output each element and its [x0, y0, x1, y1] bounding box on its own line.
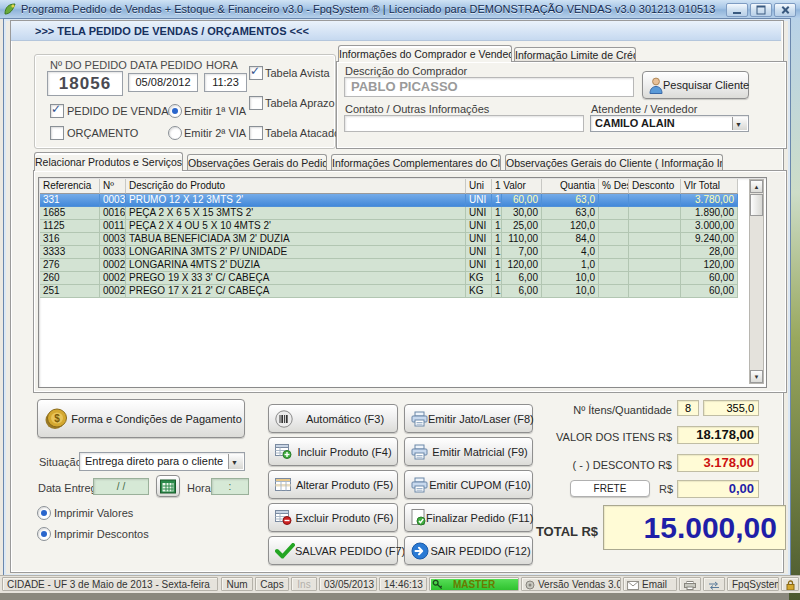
via1-label: Emitir 1ª VIA	[184, 105, 246, 117]
chevron-down-icon[interactable]	[732, 117, 747, 130]
table-row[interactable]: 1685001685PEÇA 2 X 6 5 X 15 3MTS 2'UNI13…	[40, 207, 738, 220]
status-user: MASTER	[453, 579, 495, 590]
cell-desconto	[629, 220, 681, 233]
status-email[interactable]: Email	[623, 577, 677, 591]
status-printer-cell[interactable]	[679, 577, 701, 591]
order-number-field[interactable]: 18056	[47, 71, 123, 96]
table-row[interactable]: 3333003333LONGARINA 3MTS 2' P/ UNIDADEUN…	[40, 246, 738, 259]
hora-entrega-field[interactable]: :	[211, 478, 249, 495]
cell-num: 003333	[100, 246, 126, 259]
total-field: 15.000,00	[603, 505, 786, 550]
table-delete-icon	[275, 510, 292, 525]
cell-ref: 331	[40, 194, 100, 207]
order-time-label: HORA	[206, 59, 238, 71]
alterar-produto-button[interactable]: Alterar Produto (F5)	[268, 470, 398, 499]
cell-uni: UNI	[466, 194, 492, 207]
tabela-avista-checkbox[interactable]	[249, 66, 263, 80]
sair-pedido-button[interactable]: SAIR PEDIDO (F12)	[404, 536, 533, 565]
cell-valor: 110,00	[502, 233, 542, 246]
orcamento-checkbox[interactable]	[50, 126, 64, 140]
minimize-button[interactable]	[726, 3, 748, 17]
order-number-label: Nº DO PEDIDO	[50, 59, 127, 71]
table-row[interactable]: 251000251PREGO 17 X 21 2' C/ CABEÇAKG16,…	[40, 285, 738, 298]
tab-comprador-vendedor[interactable]: Informações do Comprador e Vendedor ->	[338, 45, 512, 62]
cell-total: 28,00	[681, 246, 738, 259]
tabela-atacado-checkbox[interactable]	[249, 126, 263, 140]
table-row[interactable]: 1125001125PEÇA 2 X 4 OU 5 X 10 4MTS 2'UN…	[40, 220, 738, 233]
header-uni[interactable]: Uni	[466, 179, 492, 194]
cell-one: 1	[492, 246, 502, 259]
excluir-produto-button[interactable]: Excluir Produto (F6)	[268, 503, 398, 532]
tab-informacoes-cliente[interactable]: Informações Complementares do Cliente ->	[331, 154, 501, 171]
incluir-produto-button[interactable]: Incluir Produto (F4)	[268, 437, 398, 466]
sync-arrows-icon	[708, 581, 720, 590]
tabela-aprazo-checkbox[interactable]	[249, 96, 263, 110]
data-entrega-field[interactable]: / /	[93, 478, 149, 495]
header-referencia[interactable]: Referencia	[40, 179, 100, 194]
cell-desc_pct	[599, 220, 629, 233]
status-ins: Ins	[291, 577, 317, 591]
header-desconto[interactable]: Desconto	[629, 179, 681, 194]
atendente-dropdown[interactable]: CAMILO ALAIN	[590, 115, 749, 132]
calendar-button[interactable]	[156, 475, 180, 497]
order-date-field[interactable]: 05/08/2012	[128, 73, 198, 92]
pedido-venda-label: PEDIDO DE VENDA	[67, 105, 168, 117]
atendente-value: CAMILO ALAIN	[595, 117, 675, 129]
forma-pagamento-button[interactable]: $ Forma e Condições de Pagamento	[37, 399, 245, 438]
automatico-button[interactable]: Automático (F3)	[268, 404, 398, 433]
cell-num: 000276	[100, 259, 126, 272]
table-row[interactable]: 276000276LONGARINA 4MTS 2' DÚZIAUNI1120,…	[40, 259, 738, 272]
pesquisar-cliente-button[interactable]: Pesquisar Cliente	[642, 71, 749, 99]
header-desc-pct[interactable]: % Desc.	[599, 179, 629, 194]
table-row[interactable]: 260000260PREGO 19 X 33 3' C/ CABEÇAKG16,…	[40, 272, 738, 285]
status-sync-cell[interactable]	[703, 577, 725, 591]
application-screen: Programa Pedido de Vendas + Estoque & Fi…	[0, 0, 800, 600]
desconto-label: ( - ) DESCONTO R$	[500, 459, 672, 471]
header-numero[interactable]: Nº	[100, 179, 126, 194]
maximize-button[interactable]	[750, 3, 772, 17]
order-time-field[interactable]: 11:23	[204, 73, 247, 92]
pedido-venda-checkbox[interactable]	[50, 104, 64, 118]
cell-valor: 6,00	[502, 272, 542, 285]
imprimir-descontos-radio[interactable]	[37, 527, 51, 541]
header-quantia[interactable]: Quantia	[542, 179, 599, 194]
descricao-comprador-field[interactable]: PABLO PICASSO	[344, 77, 634, 97]
chevron-down-icon[interactable]	[228, 454, 243, 469]
emitir-cupom-button[interactable]: Emitir CUPOM (F10)	[404, 470, 533, 499]
close-button[interactable]	[774, 3, 796, 17]
status-caps: Caps	[255, 577, 289, 591]
cell-one: 1	[492, 220, 502, 233]
tab-limite-credito[interactable]: Informação Limite de Crédito	[514, 47, 636, 62]
via1-radio[interactable]	[168, 104, 182, 118]
tab-relacionar-produtos[interactable]: Relacionar Produtos e Serviços ->	[34, 152, 183, 171]
scroll-down-icon[interactable]: ▼	[750, 370, 763, 383]
emitir-matricial-label: Emitir Matricial (F9)	[428, 446, 532, 458]
tab-observacoes-pedido[interactable]: Observações Gerais do Pedido ->	[187, 154, 327, 171]
cell-desconto	[629, 207, 681, 220]
cell-ref: 276	[40, 259, 100, 272]
table-scrollbar[interactable]: ▲ ▼	[749, 179, 764, 384]
tab-observacoes-cliente[interactable]: Observações Gerais do Cliente ( Informaç…	[505, 154, 723, 171]
header-valor[interactable]: 1 Valor	[492, 179, 542, 194]
cell-uni: KG	[466, 285, 492, 298]
header-descricao[interactable]: Descrição do Produto	[126, 179, 466, 194]
cell-ref: 1685	[40, 207, 100, 220]
scroll-thumb[interactable]	[750, 194, 763, 216]
contato-field[interactable]	[344, 115, 584, 132]
save-check-icon	[275, 543, 295, 559]
table-row[interactable]: 331000331PRUMO 12 X 12 3MTS 2'UNI160,006…	[40, 194, 738, 207]
scroll-up-icon[interactable]: ▲	[750, 180, 763, 193]
situacao-dropdown[interactable]: Entrega direto para o cliente	[79, 452, 245, 471]
header-vlr-total[interactable]: Vlr Total	[681, 179, 738, 194]
descricao-comprador-label: Descrição do Comprador	[345, 65, 467, 77]
calendar-icon	[160, 479, 176, 494]
imprimir-valores-radio[interactable]	[37, 506, 51, 520]
table-add-icon	[275, 444, 292, 459]
status-lock-cell[interactable]	[781, 577, 799, 591]
salvar-pedido-button[interactable]: SALVAR PEDIDO (F7)	[268, 536, 398, 565]
via2-radio[interactable]	[168, 126, 182, 140]
table-row[interactable]: 316000316TABUA BENEFICIADA 3M 2' DUZIAUN…	[40, 233, 738, 246]
cell-desconto	[629, 194, 681, 207]
frete-button[interactable]: FRETE	[570, 480, 650, 497]
cell-desc_pct	[599, 207, 629, 220]
